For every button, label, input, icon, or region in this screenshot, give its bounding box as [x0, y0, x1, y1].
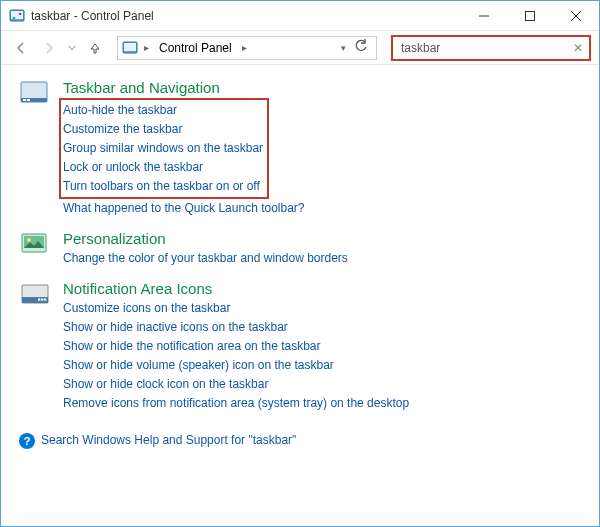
results-panel: Taskbar and Navigation Auto-hide the tas…	[1, 65, 599, 526]
address-bar[interactable]: ▸ Control Panel ▸ ▾	[117, 36, 377, 60]
control-panel-title-icon	[9, 8, 25, 24]
category-title[interactable]: Notification Area Icons	[63, 280, 581, 297]
svg-rect-12	[23, 99, 26, 101]
maximize-button[interactable]	[507, 1, 553, 30]
category-personalization: Personalization Change the color of your…	[19, 230, 581, 268]
taskbar-category-icon	[19, 79, 55, 111]
svg-rect-13	[27, 99, 30, 101]
clear-search-icon[interactable]: ✕	[569, 41, 583, 55]
svg-rect-21	[44, 299, 46, 301]
link-show-hide-clock-icon[interactable]: Show or hide clock icon on the taskbar	[63, 375, 581, 394]
window-controls	[461, 1, 599, 30]
link-quick-launch-help[interactable]: What happened to the Quick Launch toolba…	[63, 199, 581, 218]
link-turn-toolbars-on-off[interactable]: Turn toolbars on the taskbar on or off	[63, 177, 263, 196]
help-icon: ?	[19, 433, 35, 449]
recent-dropdown[interactable]	[65, 36, 79, 60]
link-group-similar-windows[interactable]: Group similar windows on the taskbar	[63, 139, 263, 158]
link-customize-taskbar[interactable]: Customize the taskbar	[63, 120, 263, 139]
address-dropdown-icon[interactable]: ▾	[341, 43, 346, 53]
category-notification-area-icons: Notification Area Icons Customize icons …	[19, 280, 581, 413]
link-lock-unlock-taskbar[interactable]: Lock or unlock the taskbar	[63, 158, 263, 177]
help-search-link[interactable]: Search Windows Help and Support for "tas…	[41, 431, 296, 450]
forward-button[interactable]	[37, 36, 61, 60]
link-customize-icons[interactable]: Customize icons on the taskbar	[63, 299, 581, 318]
category-title[interactable]: Taskbar and Navigation	[63, 79, 581, 96]
highlighted-links: Auto-hide the taskbar Customize the task…	[59, 98, 269, 199]
link-show-hide-notification-area[interactable]: Show or hide the notification area on th…	[63, 337, 581, 356]
link-show-hide-volume-icon[interactable]: Show or hide volume (speaker) icon on th…	[63, 356, 581, 375]
svg-point-16	[27, 238, 31, 242]
svg-rect-9	[124, 43, 136, 51]
category-taskbar-navigation: Taskbar and Navigation Auto-hide the tas…	[19, 79, 581, 218]
link-change-taskbar-color[interactable]: Change the color of your taskbar and win…	[63, 249, 581, 268]
svg-rect-5	[526, 11, 535, 20]
refresh-button[interactable]	[350, 39, 372, 56]
up-button[interactable]	[83, 36, 107, 60]
personalization-category-icon	[19, 230, 55, 262]
chevron-right-icon[interactable]: ▸	[240, 42, 249, 53]
search-input[interactable]	[399, 40, 569, 56]
minimize-button[interactable]	[461, 1, 507, 30]
search-box[interactable]: ✕	[391, 35, 591, 61]
svg-point-3	[19, 12, 22, 15]
svg-point-2	[13, 16, 16, 19]
link-remove-tray-icons[interactable]: Remove icons from notification area (sys…	[63, 394, 581, 413]
svg-rect-20	[41, 299, 43, 301]
category-title[interactable]: Personalization	[63, 230, 581, 247]
help-search-row[interactable]: ? Search Windows Help and Support for "t…	[19, 431, 581, 450]
titlebar: taskbar - Control Panel	[1, 1, 599, 31]
control-panel-icon	[122, 40, 138, 56]
notification-category-icon	[19, 280, 55, 312]
close-button[interactable]	[553, 1, 599, 30]
link-show-hide-inactive-icons[interactable]: Show or hide inactive icons on the taskb…	[63, 318, 581, 337]
link-auto-hide-taskbar[interactable]: Auto-hide the taskbar	[63, 101, 263, 120]
nav-toolbar: ▸ Control Panel ▸ ▾ ✕	[1, 31, 599, 65]
window-title: taskbar - Control Panel	[31, 9, 461, 23]
svg-rect-19	[38, 299, 40, 301]
chevron-right-icon[interactable]: ▸	[142, 42, 151, 53]
back-button[interactable]	[9, 36, 33, 60]
breadcrumb-root[interactable]: Control Panel	[155, 41, 236, 55]
